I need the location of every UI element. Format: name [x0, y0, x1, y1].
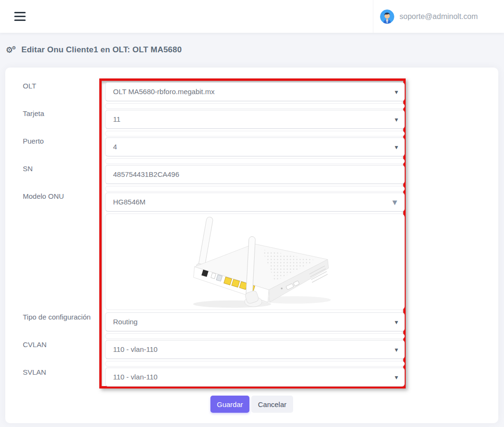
- cvlan-select-value: 110 - vlan-110: [113, 345, 158, 353]
- chevron-down-icon: ▼: [395, 138, 398, 157]
- olt-select[interactable]: OLT MA5680-rbforo.megabit.mx ▼: [105, 82, 405, 101]
- modelo-onu-select-value: HG8546M: [113, 198, 145, 206]
- tipo-configuracion-label: Tipo de configuración: [23, 312, 91, 322]
- cogs-icon: ⚙⚙: [6, 45, 18, 55]
- puerto-select-value: 4: [113, 143, 117, 151]
- puerto-select[interactable]: 4 ▼: [105, 137, 405, 156]
- user-email: soporte@adminolt.com: [399, 12, 478, 21]
- spacer-box: [105, 333, 405, 339]
- spacer-box: [105, 186, 405, 192]
- olt-label: OLT: [23, 81, 36, 91]
- svlan-select[interactable]: 110 - vlan-110 ▼: [105, 368, 405, 387]
- tipo-configuracion-select[interactable]: Routing ▼: [105, 312, 405, 331]
- spacer-box: [105, 103, 405, 109]
- modelo-onu-label: Modelo ONU: [23, 192, 64, 201]
- tarjeta-select[interactable]: 11 ▼: [105, 110, 405, 129]
- tipo-configuracion-select-value: Routing: [113, 318, 138, 326]
- top-navbar: soporte@adminolt.com: [0, 0, 504, 33]
- chevron-down-icon: ▼: [395, 313, 398, 332]
- edit-onu-form-card: OLT Tarjeta Puerto SN Modelo ONU Tipo de…: [5, 68, 498, 423]
- tarjeta-label: Tarjeta: [23, 109, 44, 118]
- page-header: ⚙⚙ Editar Onu Cliente1 en OLT: OLT MA568…: [6, 44, 182, 56]
- chevron-down-icon: ▼: [395, 340, 398, 359]
- puerto-label: Puerto: [23, 136, 44, 146]
- sn-input-value: 485754431B2CA496: [113, 170, 179, 178]
- tarjeta-select-value: 11: [113, 115, 121, 123]
- svlan-label: SVLAN: [23, 368, 46, 377]
- cvlan-label: CVLAN: [23, 340, 47, 349]
- svlan-select-value: 110 - vlan-110: [113, 373, 158, 381]
- cvlan-select[interactable]: 110 - vlan-110 ▼: [105, 340, 405, 359]
- spacer-box: [105, 361, 405, 367]
- menu-toggle-icon[interactable]: [14, 12, 26, 21]
- olt-select-value: OLT MA5680-rbforo.megabit.mx: [113, 87, 215, 96]
- cancel-button[interactable]: Cancelar: [251, 396, 293, 413]
- sn-input[interactable]: 485754431B2CA496: [105, 165, 405, 184]
- annotation-highlight-box: OLT MA5680-rbforo.megabit.mx ▼ 11 ▼ 4 ▼ …: [99, 78, 406, 388]
- onu-image-container: [105, 214, 405, 310]
- sn-label: SN: [23, 164, 33, 174]
- chevron-down-icon: ▼: [395, 368, 398, 387]
- chevron-down-icon: ▼: [395, 110, 398, 129]
- save-button[interactable]: Guardar: [210, 396, 249, 413]
- user-menu[interactable]: soporte@adminolt.com: [373, 0, 504, 33]
- spacer-box: [105, 158, 405, 164]
- page-title: Editar Onu Cliente1 en OLT: OLT MA5680: [21, 45, 182, 55]
- modelo-onu-select[interactable]: HG8546M ▼: [105, 193, 405, 212]
- spacer-box: [105, 131, 405, 136]
- onu-product-image: [174, 214, 336, 310]
- chevron-down-icon: ▼: [395, 83, 398, 102]
- chevron-down-icon: ▼: [392, 193, 397, 212]
- user-avatar: [380, 10, 394, 24]
